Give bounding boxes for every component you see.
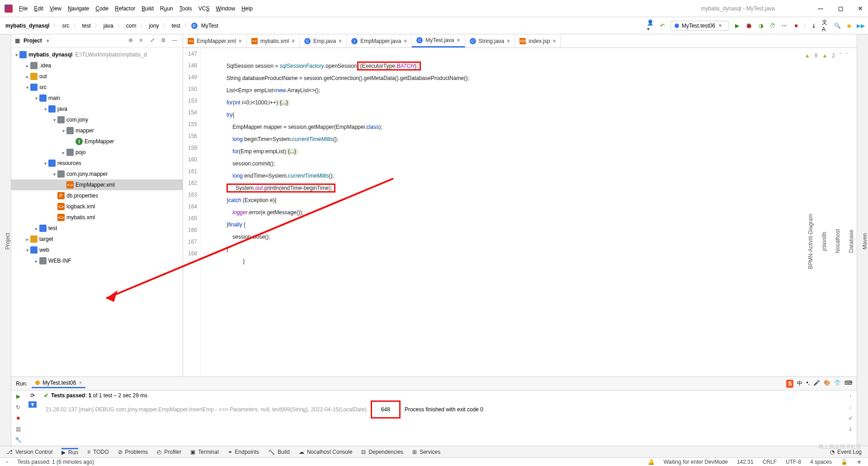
rail-jclasslib[interactable]: jclasslib: [821, 229, 827, 254]
tree-row[interactable]: Pdb.properties: [11, 190, 183, 201]
tree-row[interactable]: ▾main: [11, 93, 183, 104]
tree-row[interactable]: <>logback.xml: [11, 201, 183, 212]
tw-endpoints[interactable]: ⚭ Endpoints: [228, 449, 259, 455]
tab-close[interactable]: ×: [457, 37, 460, 43]
run-config-selector[interactable]: MyTest.test06 ▼: [670, 21, 729, 31]
status-pos[interactable]: 142:31: [737, 459, 754, 465]
menu-code[interactable]: Code: [95, 5, 108, 12]
tab-close[interactable]: ×: [339, 38, 342, 44]
readonly-icon[interactable]: 🔓: [841, 459, 848, 465]
status-enc[interactable]: UTF-8: [786, 459, 801, 465]
user-icon[interactable]: 👤▾: [647, 22, 654, 29]
breadcrumb-item[interactable]: com: [124, 22, 138, 30]
scroll-down-icon[interactable]: ↓: [849, 404, 852, 410]
tree-row[interactable]: ▸target: [11, 234, 183, 245]
bell-icon[interactable]: 🔔: [648, 459, 655, 465]
inspection-badge[interactable]: ▲8 ▲2 ˆˇ: [805, 50, 848, 61]
back-icon[interactable]: ↶: [659, 22, 666, 29]
close-run-tab[interactable]: ×: [79, 380, 82, 386]
expand-all-icon[interactable]: ≡: [139, 37, 146, 44]
skin-icon[interactable]: 🎨: [824, 380, 830, 388]
menu-help[interactable]: Help: [241, 5, 253, 12]
editor-tab[interactable]: CEmp.java×: [300, 34, 347, 47]
tree-root[interactable]: ▾mybatis_dynasqlE:\TLWork\mybatis\mybati…: [11, 49, 183, 60]
status-icon[interactable]: ▫: [6, 459, 8, 465]
run-button[interactable]: ▶: [734, 22, 741, 29]
rail-maven[interactable]: Maven: [862, 231, 868, 252]
project-view-dropdown[interactable]: ▼: [46, 38, 50, 43]
tw-todo[interactable]: ≡ TODO: [87, 449, 108, 455]
breadcrumb-item[interactable]: test: [170, 22, 182, 30]
tree-row[interactable]: ▾mapper: [11, 125, 183, 136]
history-icon[interactable]: ⟳: [30, 392, 35, 399]
ide-icon[interactable]: ▶▶: [857, 22, 864, 29]
menu-tools[interactable]: Tools: [179, 5, 192, 12]
tab-close[interactable]: ×: [239, 38, 242, 44]
gear-icon[interactable]: ⚙: [161, 37, 168, 44]
scroll-to-end-icon[interactable]: ⤓: [848, 426, 853, 432]
breadcrumb-item[interactable]: java: [102, 22, 115, 30]
menu-vcs[interactable]: VCS: [198, 5, 210, 12]
down-icon[interactable]: ▼: [28, 401, 37, 408]
editor-tab[interactable]: <>mybatis.xml×: [247, 34, 300, 47]
debug-button[interactable]: 🐞: [745, 22, 753, 29]
coverage-button[interactable]: ◑: [757, 22, 764, 29]
status-indent[interactable]: 4 spaces: [810, 459, 832, 465]
tree-row[interactable]: ▸WEB-INF: [11, 255, 183, 266]
tree-row[interactable]: ▾web: [11, 245, 183, 255]
keyboard-icon[interactable]: ⌨: [844, 380, 852, 388]
tree-row[interactable]: ▸pojo: [11, 147, 183, 158]
tree-row[interactable]: ▾com.jony: [11, 114, 183, 125]
menu-navigate[interactable]: Navigate: [68, 5, 89, 12]
tree-row[interactable]: ▸.idea: [11, 60, 183, 71]
menu-edit[interactable]: Edit: [34, 5, 43, 12]
tree-row[interactable]: IEmpMapper: [11, 136, 183, 147]
breadcrumb-item[interactable]: mybatis_dynasql: [4, 22, 51, 30]
editor[interactable]: 1471481491501531541551561591601611621631…: [183, 48, 857, 377]
tw-run[interactable]: ▶ Run: [61, 448, 78, 456]
clothes-icon[interactable]: 👕: [834, 380, 841, 388]
tw-services[interactable]: ⊞ Services: [412, 449, 440, 455]
scroll-up-icon[interactable]: ↑: [849, 393, 852, 400]
hide-panel-icon[interactable]: —: [172, 37, 179, 44]
editor-tab[interactable]: IEmpMapper.java×: [347, 34, 412, 47]
tree-row[interactable]: ▾com.jony.mapper: [11, 169, 183, 179]
rerun-failed-icon[interactable]: ↻: [14, 403, 22, 411]
select-opened-icon[interactable]: ⊕: [128, 37, 136, 44]
tab-close[interactable]: ×: [292, 38, 295, 44]
tw-dependencies[interactable]: ⊟ Dependencies: [361, 449, 403, 455]
rail-bpmn[interactable]: BPMN-Activiti-Diagram: [807, 211, 814, 272]
close-icon[interactable]: ✕: [857, 5, 863, 12]
profile-button[interactable]: ⏱: [769, 22, 776, 29]
breadcrumb-item[interactable]: src: [60, 22, 71, 30]
breadcrumb-item[interactable]: jony: [147, 22, 160, 30]
soft-wrap-icon[interactable]: ↲: [848, 415, 853, 421]
tw-build[interactable]: 🔨 Build: [268, 449, 290, 455]
sogou-icon[interactable]: S: [786, 380, 793, 388]
tab-close[interactable]: ×: [404, 38, 407, 44]
layout-icon[interactable]: ▥: [14, 425, 22, 433]
tw-nocalhost[interactable]: ☁ Nocalhost Console: [299, 449, 353, 455]
breadcrumb-item[interactable]: test: [80, 22, 92, 30]
tree-row[interactable]: ▾java: [11, 104, 183, 114]
tw-problems[interactable]: ⊘ Problems: [118, 449, 148, 455]
console[interactable]: 21.28.02.137 [main] DEBUG com.jony.mappe…: [44, 399, 840, 425]
collapse-all-icon[interactable]: ⤢: [150, 37, 157, 44]
rerun-icon[interactable]: ▶: [14, 392, 22, 400]
tw-terminal[interactable]: ▣ Terminal: [190, 449, 218, 455]
menu-window[interactable]: Window: [216, 5, 235, 12]
tab-close[interactable]: ×: [553, 38, 556, 44]
biohazard-icon[interactable]: ☣: [857, 459, 862, 465]
tw-versioncontrol[interactable]: ⎇ Version Control: [6, 449, 52, 455]
rail-nocalhost[interactable]: Nocalhost: [835, 226, 841, 256]
editor-tab[interactable]: <>EmpMapper.xml×: [183, 34, 247, 47]
tree-row[interactable]: ▾src: [11, 82, 183, 93]
maximize-icon[interactable]: ▢: [837, 5, 844, 12]
tw-profiler[interactable]: ◴ Profiler: [157, 449, 181, 455]
menu-run[interactable]: Ruun: [160, 5, 173, 12]
more-run-icon[interactable]: ⋯: [781, 22, 788, 29]
ime-icon[interactable]: 中: [797, 380, 802, 388]
stop-button[interactable]: ■: [793, 22, 800, 29]
tab-close[interactable]: ×: [507, 38, 510, 44]
editor-tab[interactable]: CMyTest.java×: [412, 34, 465, 47]
